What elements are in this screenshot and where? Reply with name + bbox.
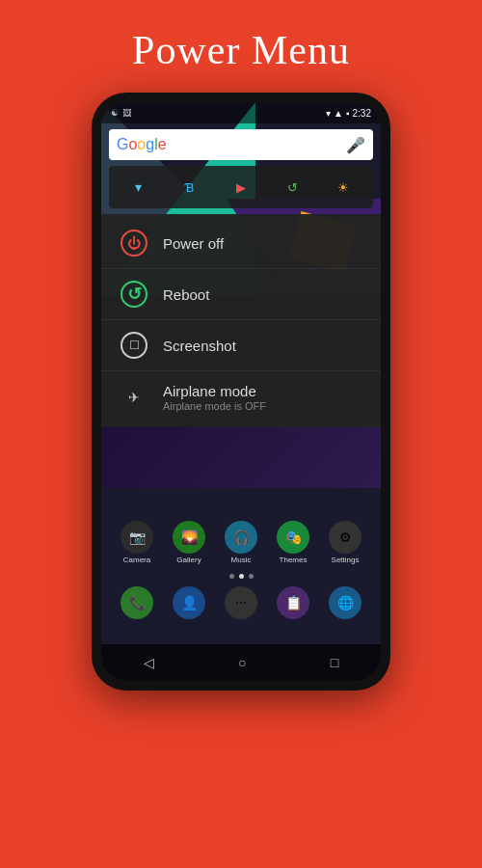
camera-icon: 📷	[120, 521, 153, 554]
phone-container: ☯ 🖼 ▾ ▲ ▪ 2:32 Google 🎤 ▾ Ɓ ▶ ↺ ☀	[92, 93, 390, 691]
signal-icon: ▲	[334, 108, 343, 119]
app-launcher[interactable]: ⋯	[225, 586, 257, 619]
airplane-label: Airplane mode	[163, 383, 266, 399]
google-logo: Google	[117, 136, 167, 153]
screenshot-text-wrap: Screenshot	[163, 338, 236, 354]
qs-sync[interactable]: ↺	[281, 176, 304, 199]
music-label: Music	[231, 556, 252, 564]
qs-wifi[interactable]: ▾	[127, 176, 150, 199]
airplane-sublabel: Airplane mode is OFF	[163, 400, 266, 412]
app-camera[interactable]: 📷 Camera	[120, 521, 153, 564]
gallery-label: Gallery	[176, 556, 201, 564]
back-button[interactable]	[134, 651, 164, 674]
camera-label: Camera	[123, 556, 150, 564]
app-contacts[interactable]: 👤	[173, 586, 205, 619]
settings-label: Settings	[332, 556, 360, 564]
status-icon-1: ☯	[111, 108, 119, 118]
poweroff-icon	[120, 230, 147, 257]
menu-item-screenshot[interactable]: ☐ Screenshot	[101, 320, 381, 371]
wifi-icon: ▾	[326, 108, 331, 119]
contacts-icon: 👤	[173, 586, 205, 619]
dot-2	[239, 574, 244, 579]
phone-screen: ☯ 🖼 ▾ ▲ ▪ 2:32 Google 🎤 ▾ Ɓ ▶ ↺ ☀	[101, 102, 381, 681]
dock-area: 📷 Camera 🌄 Gallery 🎧 Music 🎭 Themes ⚙	[101, 515, 381, 623]
messages-icon: 📋	[277, 586, 309, 619]
app-messages[interactable]: 📋	[277, 586, 309, 619]
search-bar[interactable]: Google 🎤	[109, 129, 373, 160]
app-music[interactable]: 🎧 Music	[225, 521, 257, 564]
status-icon-2: 🖼	[122, 108, 131, 118]
gallery-icon: 🌄	[173, 521, 205, 554]
themes-icon: 🎭	[277, 521, 309, 554]
qs-bluetooth[interactable]: Ɓ	[178, 176, 201, 199]
music-icon: 🎧	[225, 521, 257, 554]
quick-settings-panel: ▾ Ɓ ▶ ↺ ☀	[109, 166, 373, 208]
status-bar: ☯ 🖼 ▾ ▲ ▪ 2:32	[101, 102, 381, 123]
browser-icon: 🌐	[329, 586, 362, 619]
status-right-icons: ▾ ▲ ▪ 2:32	[326, 108, 371, 119]
app-themes[interactable]: 🎭 Themes	[277, 521, 309, 564]
phone-icon: 📞	[120, 586, 153, 619]
screenshot-label: Screenshot	[163, 338, 236, 354]
reboot-icon	[120, 281, 147, 308]
apps-row-1: 📷 Camera 🌄 Gallery 🎧 Music 🎭 Themes ⚙	[101, 515, 381, 570]
home-button[interactable]	[228, 651, 255, 674]
launcher-icon: ⋯	[225, 586, 257, 619]
themes-label: Themes	[280, 556, 308, 564]
recent-button[interactable]	[321, 651, 348, 674]
power-menu: Power off Reboot ☐ Screenshot	[101, 214, 381, 427]
menu-item-reboot[interactable]: Reboot	[101, 269, 381, 320]
dot-3	[249, 574, 254, 579]
poweroff-label: Power off	[163, 235, 224, 252]
nav-bar	[101, 644, 381, 681]
status-left-icons: ☯ 🖼	[111, 108, 131, 118]
menu-item-airplane[interactable]: Airplane mode Airplane mode is OFF	[101, 371, 381, 423]
app-gallery[interactable]: 🌄 Gallery	[173, 521, 205, 564]
app-browser[interactable]: 🌐	[329, 586, 362, 619]
battery-icon: ▪	[346, 108, 350, 119]
screenshot-icon: ☐	[120, 332, 147, 359]
app-phone[interactable]: 📞	[120, 586, 153, 619]
dot-1	[229, 574, 234, 579]
reboot-label: Reboot	[163, 286, 209, 303]
airplane-text-wrap: Airplane mode Airplane mode is OFF	[163, 383, 266, 412]
apps-row-2: 📞 👤 ⋯ 📋 🌐	[101, 583, 381, 623]
menu-item-poweroff[interactable]: Power off	[101, 218, 381, 269]
app-settings[interactable]: ⚙ Settings	[329, 521, 362, 564]
airplane-icon	[120, 384, 147, 411]
reboot-text-wrap: Reboot	[163, 286, 209, 303]
page-dots	[101, 574, 381, 579]
mic-icon[interactable]: 🎤	[346, 136, 365, 154]
settings-icon: ⚙	[329, 521, 362, 554]
page-title: Power Menu	[132, 27, 350, 73]
poweroff-text-wrap: Power off	[163, 235, 224, 252]
time-display: 2:32	[353, 108, 371, 119]
qs-brightness[interactable]: ☀	[332, 176, 355, 199]
qs-location[interactable]: ▶	[229, 176, 253, 199]
